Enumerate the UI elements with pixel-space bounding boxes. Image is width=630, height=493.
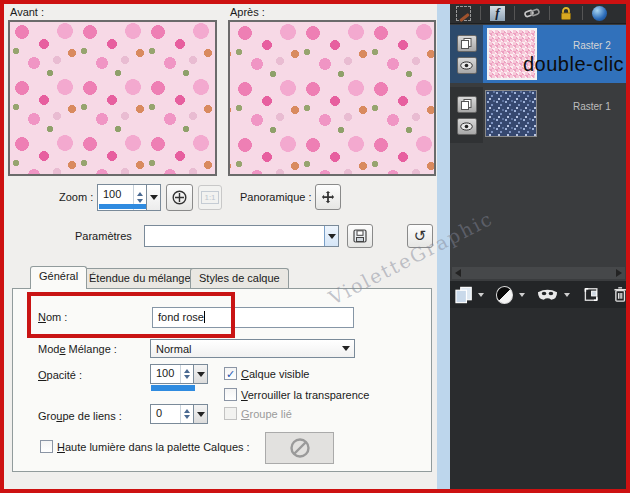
blend-mode-value: Normal [151,343,338,355]
after-label: Après : [230,6,265,18]
opacity-progress-bar [151,385,195,391]
name-label: Nom : [38,311,67,323]
palette-top-toolbar: f [450,3,627,24]
check-icon: ✓ [226,369,235,379]
pan-label: Panoramique : [240,191,312,203]
presets-label: Paramètres [75,230,132,242]
link-group-stepper-arrows[interactable] [180,405,193,423]
layer-row-raster1[interactable]: Raster 1 [450,87,627,143]
layer-type-icon [457,96,477,113]
reset-defaults-button[interactable]: ↺ [407,224,433,248]
save-preset-button[interactable] [347,224,373,248]
link-group-spinner[interactable]: 0 [150,404,208,424]
tab-layer-styles-label: Styles de calque [199,272,280,284]
adjustment-layer-dropdown-icon[interactable] [519,293,525,297]
layer-name[interactable]: Raster 2 [573,40,611,51]
lock-transparency-checkbox[interactable] [224,388,237,401]
name-value: fond rose [158,311,204,323]
lock-icon[interactable] [559,6,573,21]
highlight-color-swatch [265,432,334,464]
group-linked-label: Groupe lié [241,408,292,420]
opacity-dropdown-icon[interactable] [193,365,207,383]
palette-empty-area [450,308,627,493]
group-linked-checkbox [224,407,237,420]
presets-dropdown-icon[interactable] [324,226,338,246]
null-sign-icon [289,437,311,459]
link-layers-icon[interactable] [524,6,540,20]
opacity-label: Opacité : [38,369,82,381]
toolbar-separator [514,6,515,20]
layer-properties-window: Avant : Après : Zoom : 100 1:1 Panoramiq… [0,0,630,493]
actual-size-label: 1:1 [201,191,218,204]
scroll-left-icon[interactable] [455,269,461,277]
layer-effects-icon[interactable]: f [490,6,505,21]
zoom-progress-bar [99,204,146,209]
tab-blend-range-label: Étendue du mélange [89,272,191,284]
blend-mode-combobox[interactable]: Normal [150,339,355,358]
new-layer-dropdown-icon[interactable] [478,293,484,297]
tab-general[interactable]: Général [30,266,87,289]
mask-icon[interactable] [537,289,558,301]
pan-button[interactable] [315,184,341,210]
mask-dropdown-icon[interactable] [564,293,570,297]
presets-combobox[interactable] [144,225,339,247]
promote-layer-icon[interactable] [583,286,599,303]
raster1-thumbnail[interactable] [485,90,537,137]
layer-body: Raster 1 [483,87,627,143]
zoom-label: Zoom : [59,191,93,203]
fit-icon [172,190,187,205]
layer-visible-label: Calque visible [241,368,310,380]
pan-icon [321,190,335,204]
visibility-eye-icon[interactable] [457,57,477,74]
toolbar-separator [480,6,481,20]
tab-layer-styles[interactable]: Styles de calque [190,268,289,288]
visibility-eye-icon[interactable] [457,118,477,135]
text-caret [204,311,205,323]
double-click-annotation: double-clic [523,53,624,76]
after-preview [228,20,436,176]
before-label: Avant : [10,6,44,18]
before-preview [8,20,217,176]
link-group-label: Groupe de liens : [38,410,122,422]
zoom-spinner[interactable]: 100 [97,184,161,211]
toolbar-separator [582,6,583,20]
blend-mode-dropdown-icon[interactable] [338,346,354,351]
opacity-value[interactable]: 100 [151,365,180,383]
zoom-dropdown-icon[interactable] [146,185,160,210]
tab-general-label: Général [39,270,78,282]
toolbar-separator [549,6,550,20]
edit-selection-icon[interactable] [456,6,471,21]
highlight-checkbox[interactable] [40,440,53,453]
adjustment-layer-icon[interactable] [496,286,513,304]
link-group-value[interactable]: 0 [151,405,180,423]
tab-blend-range[interactable]: Étendue du mélange [80,268,200,288]
layer-gutter [450,25,483,83]
blend-mode-label: Mode Mélange : [38,343,117,355]
layer-visible-checkbox[interactable]: ✓ [224,367,237,380]
save-icon [353,229,367,243]
layer-row-raster2[interactable]: Raster 2 double-clic [450,25,627,83]
opacity-stepper-arrows[interactable] [180,365,193,383]
delete-layer-icon[interactable] [613,286,627,303]
palette-bottom-toolbar [450,281,627,308]
reset-icon: ↺ [414,229,427,243]
scroll-right-icon[interactable] [616,269,622,277]
name-input[interactable]: fond rose [152,307,354,328]
highlight-label: Haute lumière dans la palette Calques : [57,441,250,453]
palette-scrollbar[interactable] [452,267,625,279]
new-layer-icon[interactable] [455,286,472,304]
canvas-gap [437,0,450,493]
fit-window-button[interactable] [166,184,193,211]
layer-gutter [450,87,483,143]
layer-type-icon [457,35,477,52]
lock-transparency-label: Verrouiller la transparence [241,389,369,401]
layers-palette: f [450,0,627,493]
actual-size-button: 1:1 [198,185,222,210]
sphere-icon[interactable] [592,6,607,21]
opacity-spinner[interactable]: 100 [150,364,208,384]
link-group-dropdown-icon[interactable] [193,405,207,423]
layer-body: Raster 2 double-clic [483,25,627,83]
layer-name[interactable]: Raster 1 [573,101,611,112]
